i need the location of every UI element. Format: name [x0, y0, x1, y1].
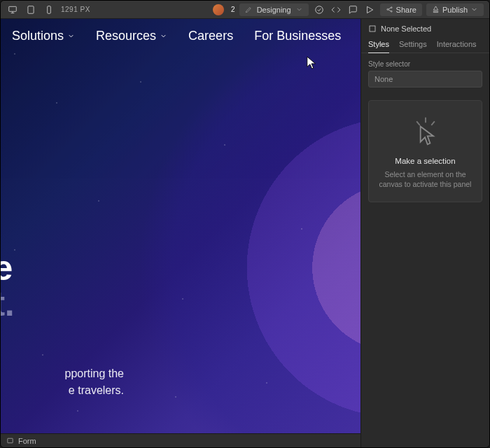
tab-settings[interactable]: Settings: [399, 40, 427, 52]
svg-rect-12: [8, 438, 13, 442]
nav-label: Careers: [188, 29, 233, 43]
collab-group: 2: [213, 4, 235, 15]
chevron-down-icon: [160, 32, 167, 40]
canvas[interactable]: Solutions Resources Careers For Business…: [1, 19, 360, 433]
design-icon: [245, 6, 253, 13]
tab-interactions[interactable]: Interactions: [437, 40, 477, 52]
comment-icon[interactable]: [346, 4, 359, 16]
svg-rect-3: [28, 6, 34, 13]
canvas-wrap: Solutions Resources Careers For Business…: [1, 19, 360, 447]
top-toolbar: 1291 PX 2 Designing Share Publish: [1, 1, 489, 19]
selection-label: None Selected: [381, 24, 431, 33]
avatar[interactable]: [213, 4, 224, 15]
share-label: Share: [396, 6, 416, 14]
publish-label: Publish: [442, 6, 468, 14]
canvas-breadcrumb-bar: Form: [1, 433, 360, 447]
svg-marker-6: [367, 6, 372, 13]
nav-item-solutions[interactable]: Solutions: [12, 29, 75, 43]
viewport-tablet-icon[interactable]: [24, 4, 37, 16]
hero-body-line: pporting the: [64, 368, 124, 379]
nav-item-resources[interactable]: Resources: [96, 29, 167, 43]
svg-point-9: [391, 10, 392, 12]
share-icon: [386, 6, 393, 13]
svg-rect-0: [9, 6, 17, 11]
main-area: Solutions Resources Careers For Business…: [1, 19, 489, 447]
nav-item-careers[interactable]: Careers: [188, 29, 233, 43]
hero-line-muted: that.: [1, 284, 14, 323]
viewport-group: 1291 PX: [6, 4, 90, 16]
publish-button[interactable]: Publish: [426, 4, 484, 16]
canvas-width-label: 1291 PX: [61, 6, 90, 13]
tab-styles[interactable]: Styles: [368, 40, 389, 53]
svg-rect-13: [370, 26, 375, 31]
form-icon: [6, 437, 14, 444]
svg-line-15: [416, 121, 420, 125]
publish-icon: [432, 6, 440, 13]
share-button[interactable]: Share: [380, 4, 422, 16]
breadcrumb-label[interactable]: Form: [18, 437, 36, 445]
nav-item-for-businesses[interactable]: For Businesses: [254, 29, 341, 43]
hero-body-line: e travelers.: [69, 384, 124, 396]
nav-label: Resources: [96, 29, 156, 43]
hero-line: nine: [1, 248, 13, 288]
style-selector-label: Style selector: [361, 53, 489, 71]
selection-placeholder: Make a selection Select an element on th…: [368, 100, 482, 202]
svg-point-7: [386, 9, 388, 10]
hero-text: al nine that. pporting the e travelers.: [1, 215, 124, 399]
svg-point-8: [391, 7, 392, 8]
svg-line-11: [388, 10, 391, 11]
mode-switcher[interactable]: Designing: [239, 4, 309, 16]
placeholder-title: Make a selection: [377, 157, 473, 165]
cursor-icon: [306, 55, 318, 74]
cursor-click-icon: [410, 116, 441, 147]
hero-body: pporting the e travelers.: [1, 365, 124, 399]
style-selector-input[interactable]: None: [368, 71, 482, 88]
chevron-down-icon: [470, 6, 478, 13]
chevron-down-icon: [67, 32, 75, 40]
square-icon: [368, 24, 377, 33]
panel-tabs: Styles Settings Interactions: [361, 37, 489, 53]
code-icon[interactable]: [330, 4, 342, 16]
check-icon[interactable]: [313, 4, 326, 16]
viewport-desktop-icon[interactable]: [6, 4, 19, 16]
hero-heading: al nine that.: [1, 215, 124, 322]
mode-label: Designing: [257, 6, 291, 14]
svg-point-5: [315, 6, 323, 13]
preview-icon[interactable]: [363, 4, 376, 16]
viewport-mobile-icon[interactable]: [43, 4, 55, 16]
nav-label: For Businesses: [254, 29, 341, 43]
placeholder-desc: Select an element on the canvas to activ…: [377, 169, 473, 189]
collaborator-count: 2: [231, 6, 235, 13]
nav-label: Solutions: [12, 29, 64, 43]
chevron-down-icon: [295, 6, 303, 13]
right-panel: None Selected Styles Settings Interactio…: [360, 19, 489, 447]
site-nav: Solutions Resources Careers For Business…: [12, 29, 341, 43]
svg-line-10: [388, 8, 391, 9]
svg-line-16: [431, 121, 435, 125]
selection-indicator: None Selected: [361, 19, 489, 37]
svg-rect-4: [48, 6, 51, 13]
